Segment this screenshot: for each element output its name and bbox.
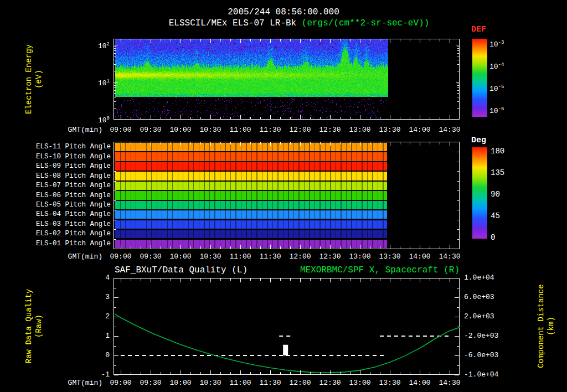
tick-mark — [240, 142, 241, 146]
tick-mark — [114, 346, 116, 347]
page-title-datetime: 2005/244 08:56:00.000 — [0, 7, 567, 17]
tick-mark — [420, 370, 420, 374]
tick-mark — [370, 117, 370, 119]
tick-mark — [230, 278, 231, 281]
tick-mark — [457, 50, 459, 51]
pitch-row-label: ELS-09 Pitch Angle — [32, 162, 111, 171]
tick-mark — [114, 229, 116, 230]
pitch-row-bar — [115, 162, 387, 171]
pitch-row-label: ELS-11 Pitch Angle — [32, 143, 111, 151]
tick-mark — [171, 278, 171, 281]
energy-tick-label: 100 — [87, 114, 110, 125]
tick-mark — [114, 375, 118, 375]
tick-mark — [410, 372, 410, 374]
tick-mark — [360, 278, 360, 282]
tick-mark — [457, 56, 459, 56]
tick-mark — [250, 39, 251, 42]
quality-time-tick-label: 10:30 — [195, 379, 226, 387]
pitch-time-tick-label: 10:00 — [165, 252, 196, 261]
energy-axis-label-line1: Electron Energy — [24, 24, 34, 135]
tick-mark — [190, 372, 191, 374]
tick-mark — [181, 245, 181, 249]
tick-mark — [330, 278, 331, 282]
tick-mark — [131, 142, 131, 145]
tick-mark — [440, 142, 440, 145]
tick-mark — [360, 370, 360, 374]
tick-mark — [114, 307, 116, 308]
tick-mark — [457, 365, 459, 366]
quality-axis-label-line2: (Raw) — [34, 271, 44, 381]
tick-mark — [230, 39, 231, 42]
distance-tick-label: 6.0e+03 — [464, 292, 503, 302]
tick-mark — [131, 117, 131, 119]
flux-colorbar-tick-label: 10-5 — [489, 82, 517, 94]
tick-mark — [114, 85, 116, 86]
pitch-row-bar — [115, 191, 387, 199]
tick-mark — [270, 370, 271, 374]
tick-mark — [430, 39, 430, 42]
tick-mark — [141, 39, 141, 42]
tick-mark — [250, 117, 251, 119]
tick-mark — [114, 64, 116, 65]
tick-mark — [410, 142, 410, 145]
tick-mark — [457, 288, 459, 288]
pitch-row-label: ELS-07 Pitch Angle — [32, 182, 111, 190]
tick-mark — [457, 53, 459, 54]
tick-mark — [290, 117, 291, 119]
tick-mark — [114, 162, 116, 162]
tick-mark — [320, 142, 321, 145]
tick-mark — [121, 115, 121, 119]
tick-mark — [456, 82, 460, 82]
energy-axis-label-line2: (eV) — [34, 24, 44, 135]
tick-mark — [114, 297, 118, 298]
tick-mark — [350, 39, 350, 42]
tick-mark — [350, 278, 350, 281]
pitch-time-tick-label: 13:30 — [374, 252, 405, 261]
tick-mark — [114, 97, 116, 97]
tick-mark — [420, 115, 420, 119]
spectrogram-time-tick-label: 10:30 — [195, 126, 226, 134]
tick-mark — [260, 278, 261, 281]
distance-axis-label-line2: (km) — [546, 271, 556, 381]
tick-mark — [457, 152, 460, 152]
tick-mark — [320, 39, 321, 42]
tick-mark — [290, 372, 291, 374]
tick-mark — [400, 39, 400, 42]
spectrogram-heatmap — [114, 39, 459, 119]
deg-colorbar-tick-label: 0 — [491, 233, 513, 243]
tick-mark — [250, 278, 251, 281]
tick-mark — [270, 245, 271, 249]
quality-axis-label: Raw Data Quality (Raw) — [24, 271, 46, 381]
pitch-row-bar — [115, 182, 387, 190]
tick-mark — [190, 142, 191, 145]
tick-mark — [290, 142, 291, 145]
spectrogram-time-tick-label: 09:00 — [105, 126, 136, 134]
tick-mark — [455, 336, 459, 337]
pitch-time-tick-label: 09:30 — [135, 252, 166, 261]
tick-mark — [114, 93, 116, 94]
tick-mark — [340, 39, 341, 42]
tick-mark — [114, 171, 116, 172]
deg-colorbar-tick-label: 90 — [491, 190, 513, 199]
tick-mark — [114, 152, 116, 152]
tick-mark — [260, 117, 261, 119]
tick-mark — [380, 278, 380, 281]
tick-mark — [390, 245, 390, 249]
tick-mark — [420, 278, 420, 282]
quality-tick-label: 4 — [87, 273, 110, 282]
tick-mark — [114, 336, 118, 337]
tick-mark — [131, 246, 131, 249]
tick-mark — [420, 245, 420, 249]
tick-mark — [320, 117, 321, 119]
pitch-row-bar — [115, 240, 387, 248]
tick-mark — [131, 372, 131, 374]
pitch-row-label: ELS-02 Pitch Angle — [32, 230, 111, 238]
quality-distance-chart — [114, 278, 460, 375]
tick-mark — [450, 370, 450, 374]
distance-axis-label-line1: Component Distance — [536, 271, 546, 381]
tick-mark — [114, 50, 116, 51]
tick-mark — [121, 39, 121, 43]
tick-mark — [250, 372, 251, 374]
tick-mark — [440, 278, 440, 281]
tick-mark — [181, 115, 181, 119]
